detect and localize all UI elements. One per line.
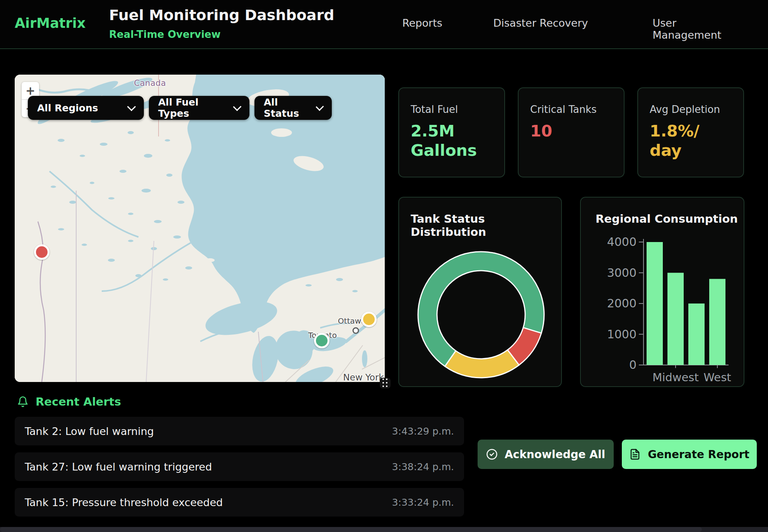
regions-dropdown[interactable]: All Regions: [28, 96, 144, 120]
stat-value: 10: [530, 121, 589, 141]
tank-marker-warning[interactable]: [361, 312, 377, 327]
stat-label: Critical Tanks: [530, 104, 612, 115]
tank-status-card: Tank Status Distribution: [398, 197, 562, 387]
status-dropdown[interactable]: All Status: [254, 96, 332, 120]
status-dropdown-label: All Status: [264, 97, 307, 119]
acknowledge-all-button[interactable]: Acknowledge All: [478, 440, 614, 469]
alerts-title: Recent Alerts: [36, 395, 121, 408]
alert-time: 3:33:24 p.m.: [392, 497, 454, 508]
generate-report-button[interactable]: Generate Report: [622, 440, 757, 469]
map-resize-grip-icon[interactable]: [380, 378, 391, 389]
svg-text:3000: 3000: [607, 266, 637, 280]
alerts-header: Recent Alerts: [17, 395, 121, 408]
document-icon: [629, 448, 641, 460]
bell-icon: [17, 396, 29, 408]
page-subtitle: Real-Time Overview: [109, 29, 221, 40]
alert-text: Tank 27: Low fuel warning triggered: [25, 461, 212, 473]
map-filter-bar: All Regions All Fuel Types All Status: [28, 96, 332, 120]
alert-row[interactable]: Tank 2: Low fuel warning 3:43:29 p.m.: [15, 417, 464, 445]
check-circle-icon: [486, 448, 498, 460]
svg-text:West: West: [703, 371, 731, 384]
regional-consumption-bar-chart: 01000200030004000MidwestWest: [581, 198, 745, 388]
nav-disaster-recovery[interactable]: Disaster Recovery: [493, 17, 588, 29]
page-title: Fuel Monitoring Dashboard: [109, 7, 334, 24]
alert-row[interactable]: Tank 15: Pressure threshold exceeded 3:3…: [15, 488, 464, 517]
svg-text:1000: 1000: [607, 327, 637, 341]
generate-report-label: Generate Report: [648, 448, 749, 461]
map-panel: + − All Regions All Fuel Types All Statu…: [15, 75, 385, 382]
bottom-scrollbar-thumb[interactable]: [0, 527, 702, 532]
chevron-down-icon: [316, 103, 324, 111]
alert-time: 3:43:29 p.m.: [392, 426, 454, 437]
alert-row[interactable]: Tank 27: Low fuel warning triggered 3:38…: [15, 452, 464, 481]
tank-marker-normal[interactable]: [314, 333, 329, 348]
stat-label: Avg Depletion: [650, 104, 732, 115]
acknowledge-all-label: Acknowledge All: [505, 448, 605, 461]
alert-time: 3:38:24 p.m.: [392, 461, 454, 472]
map-canvas[interactable]: [15, 75, 385, 382]
chevron-down-icon: [127, 102, 136, 111]
regions-dropdown-label: All Regions: [37, 102, 98, 114]
dashboard-root: AirMatrix Fuel Monitoring Dashboard Real…: [0, 0, 768, 532]
app-header: AirMatrix Fuel Monitoring Dashboard Real…: [0, 0, 768, 49]
chevron-down-icon: [233, 102, 242, 111]
nav-reports[interactable]: Reports: [402, 17, 442, 29]
svg-text:2000: 2000: [607, 297, 637, 310]
regional-consumption-card: Regional Consumption 01000200030004000Mi…: [580, 197, 744, 387]
tank-marker-critical[interactable]: [34, 244, 49, 260]
brand-logo: AirMatrix: [15, 15, 85, 31]
stat-value: 2.5M Gallons: [411, 121, 469, 160]
stat-card-avg-depletion: Avg Depletion 1.8%/ day: [637, 87, 744, 177]
svg-text:0: 0: [629, 358, 637, 372]
alert-text: Tank 15: Pressure threshold exceeded: [25, 496, 223, 508]
alert-text: Tank 2: Low fuel warning: [25, 425, 154, 437]
stat-card-total-fuel: Total Fuel 2.5M Gallons: [398, 87, 505, 177]
svg-text:Midwest: Midwest: [652, 371, 699, 384]
nav-user-management[interactable]: User Management: [653, 17, 730, 41]
stat-label: Total Fuel: [411, 104, 493, 115]
fuel-types-dropdown-label: All Fuel Types: [158, 97, 224, 119]
tank-status-donut-chart: [399, 198, 563, 388]
bottom-scrollbar-track: [0, 527, 768, 532]
ottawa-town-dot: [353, 327, 359, 334]
stat-card-critical-tanks: Critical Tanks 10: [518, 87, 625, 177]
stat-cards: Total Fuel 2.5M Gallons Critical Tanks 1…: [398, 87, 744, 177]
svg-text:4000: 4000: [607, 235, 637, 249]
fuel-types-dropdown[interactable]: All Fuel Types: [149, 96, 249, 120]
stat-value: 1.8%/ day: [650, 121, 708, 160]
